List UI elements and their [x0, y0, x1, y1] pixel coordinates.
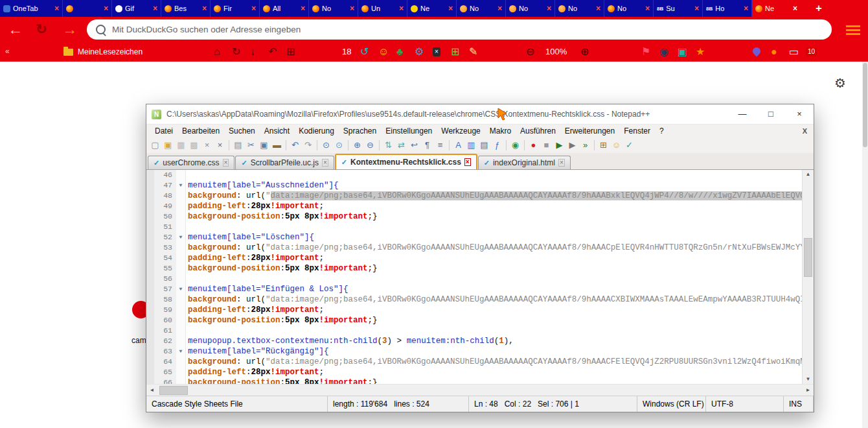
- menu-item-datei[interactable]: Datei: [150, 126, 177, 136]
- zoom-in-icon[interactable]: ⊕: [580, 45, 589, 59]
- globe-icon[interactable]: ◉: [659, 45, 668, 59]
- browser-tab[interactable]: All×: [260, 0, 309, 17]
- code-line[interactable]: 62menupopup.textbox-contextmenu:nth-chil…: [146, 336, 803, 346]
- code-line[interactable]: 59padding-left:28px!important;: [146, 305, 803, 315]
- download-icon[interactable]: ↓: [250, 45, 255, 59]
- scroll-left-arrow[interactable]: ◄: [146, 385, 157, 396]
- save-disk-icon[interactable]: ▣: [678, 45, 687, 59]
- scrollbar-thumb[interactable]: [863, 63, 867, 147]
- doc-tab-close-button[interactable]: ×: [223, 159, 229, 167]
- minimize-button[interactable]: —: [728, 104, 757, 124]
- menu-item-ausfhren[interactable]: Ausführen: [516, 126, 560, 136]
- browser-tab[interactable]: Fir×: [211, 0, 260, 17]
- fold-marker[interactable]: ▼: [176, 180, 186, 191]
- smiley-icon[interactable]: ☺: [378, 45, 389, 59]
- vertical-scroll-thumb[interactable]: [804, 238, 812, 277]
- new-file-icon[interactable]: ▢: [149, 139, 161, 151]
- close-box-icon[interactable]: ×: [433, 47, 440, 56]
- close-file-icon[interactable]: ×: [201, 139, 213, 151]
- open-file-icon[interactable]: ▣: [162, 139, 174, 151]
- id-icon[interactable]: ▭: [789, 45, 799, 59]
- tab-close-button[interactable]: ×: [301, 4, 305, 13]
- npp-title-bar[interactable]: N C:\Users\askas\AppData\Roaming\Mozilla…: [146, 104, 814, 125]
- menu-item-fenster[interactable]: Fenster: [619, 126, 655, 136]
- orange-circle-icon[interactable]: ●: [771, 45, 777, 59]
- paste-icon[interactable]: ▬: [271, 139, 283, 151]
- grid-icon[interactable]: ⊞: [286, 45, 295, 59]
- plugin-grid-icon[interactable]: ⊞: [597, 139, 610, 151]
- zoom-out-icon[interactable]: ⊖: [364, 139, 376, 151]
- code-line[interactable]: 54padding-left:28px!important;: [146, 253, 803, 263]
- record-macro-icon[interactable]: ●: [527, 139, 540, 151]
- zoom-out-icon[interactable]: ⊖: [526, 45, 534, 59]
- menu-item-ansicht[interactable]: Ansicht: [260, 126, 294, 136]
- redo-icon[interactable]: ↷: [302, 139, 314, 151]
- browser-tab[interactable]: No×: [457, 0, 506, 17]
- tab-close-button[interactable]: ×: [645, 4, 650, 13]
- extension-grid-icon[interactable]: ⊞: [451, 45, 459, 59]
- browser-tab[interactable]: Ne×: [407, 0, 457, 17]
- browser-tab[interactable]: ×: [63, 0, 112, 17]
- undo-icon[interactable]: ↶: [289, 139, 301, 151]
- code-line[interactable]: 56: [146, 274, 803, 284]
- menu-item-bearbeiten[interactable]: Bearbeiten: [177, 126, 224, 136]
- tab-close-button[interactable]: ×: [497, 4, 502, 13]
- reload-icon[interactable]: ↻: [232, 45, 240, 59]
- zoom-in-icon[interactable]: ⊕: [351, 139, 363, 151]
- code-line[interactable]: 48background: url("data:image/png;base64…: [146, 191, 803, 201]
- sync-horizontal-icon[interactable]: ⇄: [395, 139, 407, 151]
- browser-tab[interactable]: OneTab×: [0, 0, 63, 17]
- code-line[interactable]: 60background-position:5px 8px!important;…: [146, 315, 803, 326]
- doc-map-icon[interactable]: ▥: [465, 139, 477, 151]
- doc-tab-close-button[interactable]: ×: [558, 159, 565, 167]
- code-line[interactable]: 52▼menuitem[label="Löschen"]{: [146, 232, 803, 243]
- chevron-icon[interactable]: «: [5, 47, 10, 56]
- tab-close-button[interactable]: ×: [202, 4, 207, 13]
- scroll-down-arrow[interactable]: ▼: [803, 375, 814, 384]
- notification-badge[interactable]: 10: [806, 47, 817, 56]
- menu-item-sprachen[interactable]: Sprachen: [339, 126, 381, 136]
- fold-marker[interactable]: ▼: [176, 232, 186, 243]
- browser-tab[interactable]: Ne×: [752, 0, 801, 17]
- new-tab-button[interactable]: +: [816, 2, 822, 15]
- browser-tab[interactable]: No×: [555, 0, 604, 17]
- editor[interactable]: 4647▼menuitem[label="Ausschneiden"]{48ba…: [146, 170, 814, 384]
- browser-tab[interactable]: No×: [309, 0, 358, 17]
- close-all-icon[interactable]: ×: [214, 139, 226, 151]
- notes-icon[interactable]: ✎: [469, 45, 477, 59]
- doc-tab-close-button[interactable]: ×: [322, 159, 328, 167]
- address-bar[interactable]: Mit DuckDuckGo suchen oder Adresse einge…: [87, 19, 832, 40]
- function-list-icon[interactable]: ƒ: [491, 139, 503, 151]
- tab-close-button[interactable]: ×: [350, 4, 354, 13]
- tab-close-button[interactable]: ×: [104, 4, 108, 13]
- tab-close-button[interactable]: ×: [793, 4, 797, 13]
- code-line[interactable]: 66background-position:5px 8px!important;…: [146, 377, 803, 384]
- code-line[interactable]: 55background-position:5px 8px!important;…: [146, 263, 803, 274]
- replace-icon[interactable]: ⊙: [333, 139, 345, 151]
- save-icon[interactable]: ▦: [175, 139, 187, 151]
- code-line[interactable]: 49padding-left:28px!important;: [146, 201, 803, 211]
- tree-icon[interactable]: ♣: [396, 45, 404, 59]
- code-line[interactable]: 50background-position:5px 8px!important;…: [146, 211, 803, 222]
- code-line[interactable]: 47▼menuitem[label="Ausschneiden"]{: [146, 180, 803, 191]
- tab-close-button[interactable]: ×: [547, 4, 551, 13]
- home-icon[interactable]: ⌂: [214, 45, 220, 59]
- browser-tab[interactable]: No×: [506, 0, 555, 17]
- copy-icon[interactable]: ▣: [258, 139, 270, 151]
- indent-guide-icon[interactable]: ≡: [434, 139, 446, 151]
- menu-item-werkzeuge[interactable]: Werkzeuge: [437, 126, 485, 136]
- settings-gear-icon[interactable]: ⚙: [834, 75, 846, 91]
- doc-tab-close-button[interactable]: ×: [464, 158, 471, 166]
- flag-icon[interactable]: ⚑: [641, 45, 650, 59]
- code-line[interactable]: 51: [146, 222, 803, 232]
- find-icon[interactable]: ⊙: [320, 139, 332, 151]
- code-line[interactable]: 53background: url("data:image/png;base64…: [146, 243, 803, 253]
- code-line[interactable]: 61: [146, 326, 803, 336]
- menu-item-makro[interactable]: Makro: [485, 126, 516, 136]
- maximize-button[interactable]: □: [757, 104, 785, 124]
- fold-marker[interactable]: ▼: [176, 346, 186, 357]
- plugin-check-icon[interactable]: ✓: [623, 139, 635, 151]
- back-button[interactable]: ←: [8, 19, 23, 40]
- menu-item-einstellungen[interactable]: Einstellungen: [381, 126, 437, 136]
- code-line[interactable]: 57▼menuitem[label="Einfügen & Los"]{: [146, 284, 803, 294]
